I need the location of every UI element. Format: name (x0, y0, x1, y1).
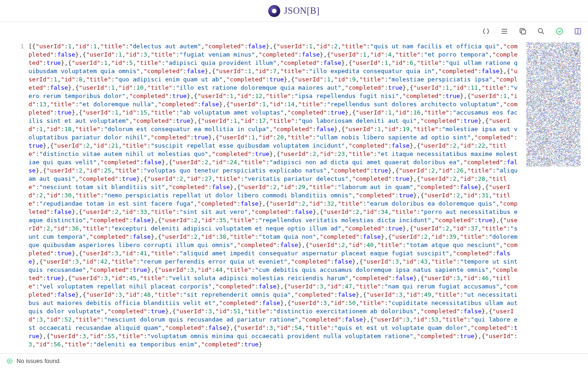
list-icon[interactable] (500, 27, 509, 36)
status-text: No issues found. (17, 357, 61, 364)
filter-icon[interactable] (572, 49, 580, 58)
validate-icon[interactable] (555, 27, 564, 36)
line-number: 1 (4, 42, 24, 51)
minimap[interactable] (526, 42, 581, 167)
editor-area: 1 [{"userId":1,"id":1,"title":"delectus … (0, 40, 524, 353)
json-code[interactable]: [{"userId":1,"id":1,"title":"delectus au… (28, 40, 524, 353)
status-ok-icon (6, 358, 13, 364)
brand-logo[interactable]: JSON[B] (268, 5, 320, 17)
status-bar: No issues found. (0, 353, 588, 368)
format-icon[interactable] (481, 27, 491, 36)
svg-line-5 (542, 32, 544, 34)
svg-point-4 (538, 29, 543, 33)
main-area: 1 [{"userId":1,"id":1,"title":"delectus … (0, 40, 588, 353)
logo-icon (268, 5, 280, 17)
minimap-canvas (526, 42, 581, 167)
svg-point-6 (556, 28, 563, 34)
svg-rect-3 (521, 30, 526, 34)
minimap-column (524, 40, 588, 353)
line-gutter: 1 (0, 40, 28, 353)
toolbar (0, 22, 588, 40)
split-view-icon[interactable] (573, 27, 582, 36)
brand-name: JSON[B] (284, 6, 320, 16)
search-icon[interactable] (537, 27, 546, 36)
header: JSON[B] (0, 0, 588, 22)
copy-icon[interactable] (518, 27, 527, 36)
